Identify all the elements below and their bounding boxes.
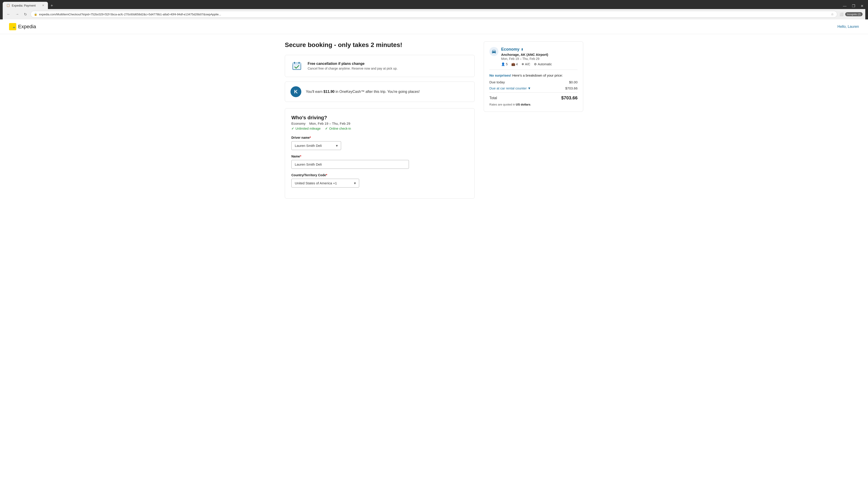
cancellation-title: Free cancellation if plans change [308, 62, 398, 66]
svg-rect-2 [10, 27, 12, 29]
mileage-badge: ✓ Unlimited mileage [291, 127, 320, 130]
name-field-group: Name* [291, 155, 468, 169]
mileage-label: Unlimited mileage [296, 127, 320, 130]
browser-tabs: 📋 Expedia: Payment ✕ + — ❐ ✕ [3, 2, 865, 9]
mileage-check-icon: ✓ [291, 127, 294, 130]
country-label: Country/Territory Code* [291, 173, 468, 177]
driver-name-label: Driver name* [291, 136, 468, 139]
driver-name-required: * [310, 136, 311, 139]
due-at-counter-row: Due at car rental counter ▼ $703.66 [489, 86, 578, 90]
total-value: $703.66 [561, 95, 578, 101]
onekey-icon: K [290, 86, 301, 97]
svg-rect-6 [299, 62, 300, 64]
country-select[interactable]: United States of America +1 [291, 179, 359, 188]
due-today-label: Due today [489, 80, 505, 84]
car-location: Anchorage, AK (ANC Airport) [501, 53, 552, 57]
page-title: Secure booking - only takes 2 minutes! [285, 41, 475, 48]
form-badges: ✓ Unlimited mileage ✓ Online check-in [291, 127, 468, 130]
extensions-button[interactable]: ⬜ [839, 12, 843, 16]
car-info: Economy ⬇ Anchorage, AK (ANC Airport) Mo… [501, 47, 552, 66]
trip-dates: Mon, Feb 19 – Thu, Feb 29 [309, 122, 350, 125]
car-type-icon [489, 47, 498, 56]
transmission-feature: ⚙ Automatic [534, 62, 552, 66]
onekey-text: You'll earn $11.90 in OneKeyCash™ after … [306, 90, 420, 94]
logo-icon [9, 23, 16, 30]
cancellation-subtitle: Cancel free of charge anytime. Reserve n… [308, 67, 398, 70]
svg-rect-4 [293, 63, 301, 65]
driver-name-field-group: Driver name* Lauren Smith Deli ▼ [291, 136, 468, 150]
name-input[interactable] [291, 160, 409, 169]
form-section-title: Who's driving? [291, 115, 468, 121]
back-button[interactable]: ← [5, 11, 12, 17]
header-user-greeting: Hello, Lauren [837, 25, 859, 29]
left-panel: Secure booking - only takes 2 minutes! F… [285, 41, 475, 199]
cancellation-banner: Free cancellation if plans change Cancel… [285, 55, 475, 77]
close-button[interactable]: ✕ [859, 3, 865, 9]
checkin-label: Online check-in [329, 127, 351, 130]
country-select-wrapper: United States of America +1 ▼ [291, 179, 359, 188]
checkin-check-icon: ✓ [325, 127, 328, 130]
browser-bar: ← → ↻ 🔒 expedia.com/MultiItemCheckout?tr… [3, 9, 865, 20]
seats-feature: 👤 5 [501, 62, 508, 66]
svg-rect-5 [294, 62, 295, 64]
checkin-badge: ✓ Online check-in [325, 127, 351, 130]
form-trip-info: Economy Mon, Feb 19 – Thu, Feb 29 [291, 122, 468, 125]
transmission-icon: ⚙ [534, 62, 537, 66]
onekey-text-prefix: You'll earn [306, 90, 323, 94]
no-surprises-title: No surprises! Here's a breakdown of your… [489, 73, 563, 77]
currency-note: Rates are quoted in US dollars. [489, 103, 578, 106]
car-type-chevron-icon: ⬇ [521, 48, 524, 51]
name-label: Name* [291, 155, 468, 158]
total-row: Total $703.66 [489, 92, 578, 101]
due-at-counter-value: $703.66 [565, 86, 578, 90]
reload-button[interactable]: ↻ [23, 11, 28, 18]
car-features: 👤 5 💼 4 ❄ A/C [501, 62, 552, 66]
name-required: * [300, 155, 301, 158]
page: Expedia Hello, Lauren Secure booking - o… [0, 20, 868, 487]
bookmark-icon[interactable]: ☆ [831, 12, 834, 16]
maximize-button[interactable]: ❐ [850, 3, 857, 9]
driver-name-select[interactable]: Lauren Smith Deli [291, 141, 341, 150]
cancellation-text: Free cancellation if plans change Cancel… [308, 62, 398, 70]
address-bar[interactable]: 🔒 expedia.com/MultiItemCheckout?tripid=7… [31, 11, 837, 18]
svg-rect-0 [10, 24, 12, 26]
country-field-group: Country/Territory Code* United States of… [291, 173, 468, 188]
person-icon: 👤 [501, 62, 505, 66]
lock-icon: 🔒 [34, 13, 37, 16]
tab-close-button[interactable]: ✕ [42, 4, 44, 7]
car-type-link[interactable]: Economy ⬇ [501, 47, 552, 52]
total-label: Total [489, 96, 497, 100]
svg-rect-1 [13, 24, 15, 26]
logo: Expedia [9, 23, 36, 30]
forward-button[interactable]: → [14, 11, 20, 17]
onekey-banner: K You'll earn $11.90 in OneKeyCash™ afte… [285, 82, 475, 102]
ac-feature: ❄ A/C [522, 62, 530, 66]
incognito-badge: Incognito (2) [845, 12, 863, 16]
tab-label: Expedia: Payment [12, 4, 36, 7]
main-container: Secure booking - only takes 2 minutes! F… [276, 34, 592, 206]
onekey-text-suffix: in OneKeyCash™ after this trip. You're g… [335, 90, 420, 94]
ac-icon: ❄ [522, 62, 524, 66]
country-required: * [326, 173, 327, 177]
bag-icon: 💼 [511, 62, 515, 66]
tab-favicon: 📋 [6, 4, 10, 7]
new-tab-button[interactable]: + [49, 2, 55, 9]
form-section: Who's driving? Economy Mon, Feb 19 – Thu… [285, 108, 475, 199]
due-at-counter-link[interactable]: Due at car rental counter ▼ [489, 86, 531, 90]
no-surprises: No surprises! Here's a breakdown of your… [489, 73, 578, 77]
driver-name-select-wrapper: Lauren Smith Deli ▼ [291, 141, 341, 150]
trip-type: Economy [291, 122, 306, 125]
window-controls: — ❐ ✕ [841, 3, 865, 9]
due-at-counter-chevron-icon: ▼ [528, 86, 531, 90]
car-type-row: Economy ⬇ Anchorage, AK (ANC Airport) Mo… [489, 47, 578, 66]
site-header: Expedia Hello, Lauren [0, 20, 868, 34]
due-today-value: $0.00 [569, 80, 578, 84]
browser-chrome: 📋 Expedia: Payment ✕ + — ❐ ✕ ← → ↻ 🔒 exp… [0, 0, 868, 20]
active-tab[interactable]: 📋 Expedia: Payment ✕ [3, 2, 48, 9]
url-text: expedia.com/MultiItemCheckout?tripid=752… [39, 13, 829, 16]
cancellation-icon [290, 60, 303, 72]
car-summary: Economy ⬇ Anchorage, AK (ANC Airport) Mo… [484, 41, 583, 112]
onekey-amount: $11.90 [323, 90, 335, 94]
due-today-row: Due today $0.00 [489, 80, 578, 84]
minimize-button[interactable]: — [841, 3, 848, 9]
